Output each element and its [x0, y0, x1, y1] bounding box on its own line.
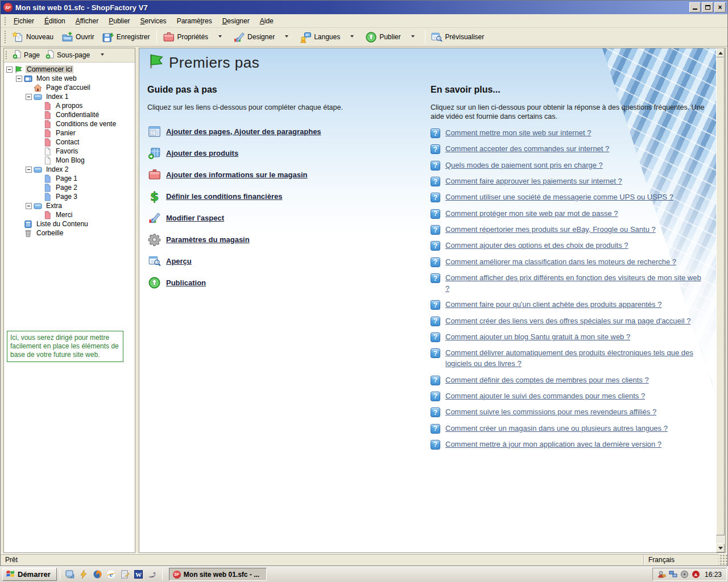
toolbar-ouvrir-button[interactable]: Ouvrir [58, 28, 99, 45]
network-icon[interactable] [669, 570, 677, 579]
tree-item-favoris[interactable]: Favoris [5, 147, 135, 156]
faq-link[interactable]: Comment créer des liens vers des offres … [445, 316, 690, 327]
menu-fichier[interactable]: Fichier [9, 15, 39, 27]
toolbar-designer-dropdown-icon[interactable] [285, 35, 288, 39]
guide-link-ajouter-des-informations-sur-l[interactable]: Ajouter des informations sur le magasin [166, 171, 308, 179]
tree-item-index-2[interactable]: Index 2 [5, 165, 135, 174]
guide-link-publication[interactable]: Publication [166, 278, 206, 287]
tree-item-a-propos[interactable]: A propos [5, 101, 135, 110]
tree-item-page-3[interactable]: Page 3 [5, 192, 135, 201]
faq-link[interactable]: Comment protéger mon site web par mot de… [445, 209, 618, 219]
tree-item-commencer-ici[interactable]: Commencer ici [5, 65, 135, 74]
menu-aide[interactable]: Aide [255, 15, 279, 27]
guide-link-ajouter-des-pages-ajouter-des-[interactable]: Ajouter des pages, Ajouter des paragraph… [166, 127, 321, 136]
notes-icon[interactable] [120, 569, 130, 579]
tree-item-mon-blog[interactable]: Mon Blog [5, 156, 135, 165]
status-language: Français [643, 554, 718, 565]
faq-link[interactable]: Comment ajouter un blog Santu gratuit à … [445, 332, 630, 343]
toolbar-grip[interactable] [3, 30, 6, 44]
tree-item-liste-du-contenu[interactable]: Liste du Contenu [5, 219, 135, 228]
swoosh-icon[interactable] [147, 569, 157, 579]
tree-item-extra[interactable]: Extra [5, 201, 135, 210]
toolbar-pr-visualiser-button[interactable]: Prévisualiser [428, 28, 489, 45]
faq-link[interactable]: Comment accepter des commandes sur inter… [445, 144, 609, 155]
tree-item-page-1[interactable]: Page 1 [5, 174, 135, 183]
menu-dition[interactable]: Édition [39, 15, 71, 27]
scrollbar-thumb[interactable] [716, 57, 725, 535]
tree-item-contact[interactable]: Contact [5, 138, 135, 147]
vertical-scrollbar[interactable] [716, 48, 726, 553]
ati-icon[interactable]: A [692, 570, 700, 579]
faq-link[interactable]: Comment créer un magasin dans une ou plu… [445, 423, 668, 434]
tree-item-conditions-de-vente[interactable]: Conditions de vente [5, 119, 135, 128]
faq-link[interactable]: Comment mettre à jour mon application av… [445, 439, 661, 450]
toolbar-propri-t-s-dropdown-icon[interactable] [218, 35, 222, 39]
tree-item-mon-site-web[interactable]: Mon site web [5, 74, 135, 83]
faq-link[interactable]: Comment définir des comptes de membres p… [445, 375, 649, 386]
resize-grip[interactable] [718, 554, 727, 566]
tree-item-confidentialit[interactable]: Confidentialité [5, 110, 135, 119]
ie-icon[interactable]: e [106, 569, 116, 579]
toolbar-designer-button[interactable]: Designer [230, 28, 279, 45]
maximize-button[interactable] [702, 2, 713, 13]
tree-item-page-2[interactable]: Page 2 [5, 183, 135, 192]
scroll-down-button[interactable] [716, 543, 725, 552]
menu-publier[interactable]: Publier [104, 15, 135, 27]
tree-item-merci[interactable]: Merci [5, 210, 135, 219]
faq-link[interactable]: Comment mettre mon site web sur internet… [445, 128, 592, 139]
faq-link[interactable]: Comment utiliser une société de messager… [445, 192, 673, 203]
tree-toolbar-dropdown-icon[interactable] [101, 53, 104, 57]
menu-services[interactable]: Services [135, 15, 172, 27]
tree-collapse-toggle[interactable] [26, 94, 32, 100]
tree-item-corbeille[interactable]: Corbeille [5, 228, 135, 238]
tree-collapse-toggle[interactable] [6, 66, 13, 73]
guide-link-param-tres-du-magasin[interactable]: Paramètres du magasin [166, 235, 250, 244]
toolbar-publier-dropdown-icon[interactable] [411, 35, 415, 39]
faq-link[interactable]: Comment faire pour qu'un client achète d… [445, 300, 661, 310]
firefox-icon[interactable] [93, 569, 102, 579]
menu-afficher[interactable]: Afficher [71, 15, 104, 27]
lightning-icon[interactable] [79, 569, 89, 579]
user-icon[interactable] [657, 570, 666, 579]
toolbar-nouveau-button[interactable]: Nouveau [9, 28, 58, 45]
close-button[interactable]: × [714, 2, 726, 13]
toolbar-langues-button[interactable]: Langues [296, 28, 345, 45]
scroll-up-button[interactable] [716, 48, 725, 57]
toolbar-propri-t-s-button[interactable]: Propriétés [159, 28, 213, 45]
tree-collapse-toggle[interactable] [16, 76, 22, 82]
menu-param-tres[interactable]: Paramètres [172, 15, 217, 27]
tree-collapse-toggle[interactable] [26, 203, 32, 209]
toolbar-publier-button[interactable]: Publier [362, 28, 405, 45]
tree-toolbar-grip[interactable] [5, 50, 7, 60]
faq-link[interactable]: Quels modes de paiement sont pris en cha… [445, 160, 603, 171]
toolbar-langues-dropdown-icon[interactable] [350, 35, 354, 39]
toolbar-enregistrer-button[interactable]: Enregistrer [99, 28, 155, 45]
faq-link[interactable]: Comment faire approuver les paiements su… [445, 176, 622, 187]
guide-link-ajouter-des-produits[interactable]: Ajouter des produits [166, 149, 238, 157]
desktop-icon[interactable] [65, 569, 75, 579]
faq-item: ?Comment protéger mon site web par mot d… [431, 209, 708, 219]
tree-item-panier[interactable]: Panier [5, 128, 135, 138]
faq-link[interactable]: Comment délivrer automatiquement des pro… [445, 348, 704, 369]
faq-link[interactable]: Comment améliorer ma classification dans… [445, 257, 676, 268]
tree-item-index-1[interactable]: Index 1 [5, 92, 135, 101]
guide-link-aper-u[interactable]: Aperçu [166, 257, 192, 265]
faq-link[interactable]: Comment ajouter des options et des choix… [445, 240, 628, 251]
menu-grip[interactable] [3, 16, 6, 26]
disc-icon[interactable] [680, 570, 689, 579]
faq-link[interactable]: Comment afficher des prix différents en … [445, 273, 704, 294]
add-page-button[interactable]: Page [10, 48, 43, 62]
faq-link[interactable]: Comment répertorier mes produits sur eBa… [445, 225, 656, 235]
tree-item-page-d-accueil[interactable]: Page d'accueil [5, 83, 135, 92]
word-icon[interactable]: W [134, 569, 143, 579]
taskbar-app-button[interactable]: SF Mon site web 01.sfc - ... [169, 568, 267, 581]
add-subpage-button[interactable]: Sous-page [43, 48, 93, 62]
guide-link-d-finir-les-conditions-financi[interactable]: Définir les conditions financières [166, 192, 282, 201]
minimize-button[interactable] [689, 2, 701, 13]
guide-link-modifier-l-aspect[interactable]: Modifier l'aspect [166, 214, 224, 222]
tree-collapse-toggle[interactable] [26, 167, 32, 173]
faq-link[interactable]: Comment suivre les commissions pour mes … [445, 407, 656, 418]
start-button[interactable]: Démarrer [2, 568, 57, 581]
faq-link[interactable]: Comment ajouter le suivi des commandes p… [445, 391, 645, 402]
menu-designer[interactable]: Designer [217, 15, 255, 27]
